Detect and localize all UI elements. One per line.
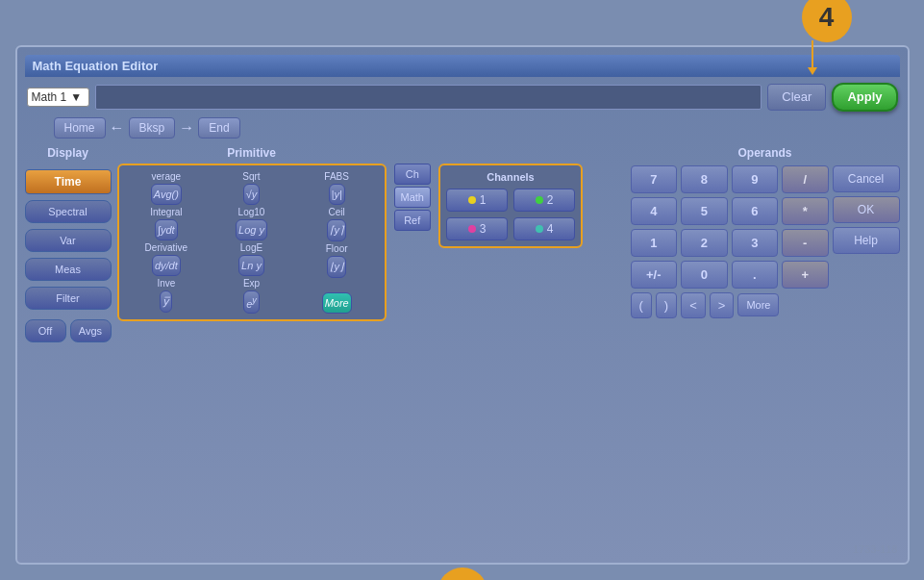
spectral-button[interactable]: Spectral [25, 200, 112, 223]
channels-section-label [394, 146, 583, 160]
avgs-button[interactable]: Avgs [70, 319, 112, 342]
channels-title: Channels [446, 171, 575, 183]
prim-col1-header: verage [152, 171, 182, 182]
key-mul[interactable]: * [782, 197, 829, 225]
key-7[interactable]: 7 [631, 165, 678, 193]
floor-label: Floor [326, 243, 348, 254]
action-buttons: Cancel OK Help [833, 165, 900, 289]
exp-btn[interactable]: ey [243, 290, 260, 315]
end-button[interactable]: End [198, 117, 239, 139]
more-prim-spacer [336, 280, 338, 290]
ok-button[interactable]: OK [833, 196, 900, 223]
integral-btn[interactable]: ∫ydt [155, 219, 178, 240]
floor-btn[interactable]: ⌊y⌋ [327, 256, 346, 278]
avg-btn[interactable]: Avg() [151, 184, 182, 205]
forward-arrow-icon[interactable]: → [179, 119, 194, 137]
step-4-badge: 4 [802, 0, 852, 42]
filter-button[interactable]: Filter [25, 287, 112, 310]
greater-than-btn[interactable]: > [710, 292, 735, 318]
off-button[interactable]: Off [25, 319, 66, 342]
help-button[interactable]: Help [833, 227, 900, 254]
key-add[interactable]: + [782, 261, 829, 289]
operands-bottom: ( ) < > More [631, 292, 900, 318]
channel-2-btn[interactable]: 2 [513, 189, 575, 212]
math-selector[interactable]: Math 1 ▼ [27, 88, 89, 107]
ref-tab[interactable]: Ref [394, 210, 431, 231]
ch2-label: 2 [547, 193, 554, 207]
channel-1-btn[interactable]: 1 [446, 189, 508, 212]
apply-button[interactable]: Apply [832, 83, 897, 112]
paren-open-btn[interactable]: ( [631, 292, 652, 318]
key-9[interactable]: 9 [732, 165, 779, 193]
primitive-title: Primitive [117, 146, 387, 160]
key-sub[interactable]: - [782, 229, 829, 257]
inverse-btn[interactable]: y̅ [160, 290, 172, 313]
more-prim-button[interactable]: More [322, 292, 352, 314]
title-bar: Math Equation Editor [25, 55, 900, 77]
ch2-dot [536, 196, 543, 204]
key-1[interactable]: 1 [631, 229, 678, 257]
more-op-button[interactable]: More [737, 293, 779, 316]
display-panel: Display Time Spectral Var Meas Filter Of… [25, 146, 112, 454]
content-area: Display Time Spectral Var Meas Filter Of… [25, 146, 900, 454]
integral-label: Integral [150, 207, 182, 217]
log10-btn[interactable]: Log y [236, 219, 267, 240]
ch-tab[interactable]: Ch [394, 164, 431, 185]
operands-section: Operands 7 8 9 / 4 5 6 * 1 2 3 - [631, 146, 900, 454]
fabs-btn[interactable]: |y| [329, 184, 345, 205]
bksp-button[interactable]: Bksp [129, 117, 176, 139]
ch3-dot [468, 225, 476, 233]
prim-col3-header: FABS [324, 171, 349, 182]
main-panel: Math Equation Editor Math 1 ▼ Clear Appl… [15, 45, 910, 565]
math-tab[interactable]: Math [394, 187, 431, 208]
prim-col-1: verage Avg() Integral ∫ydt Derivative dy… [125, 171, 209, 315]
key-plusminus[interactable]: +/- [631, 261, 678, 289]
ch1-label: 1 [480, 193, 487, 207]
primitive-box: verage Avg() Integral ∫ydt Derivative dy… [117, 164, 387, 322]
meas-button[interactable]: Meas [25, 258, 112, 281]
channel-4-btn[interactable]: 4 [513, 217, 575, 240]
display-label: Display [25, 146, 112, 160]
ceil-btn[interactable]: ⌈y⌉ [327, 219, 346, 241]
operands-title: Operands [631, 146, 900, 160]
key-6[interactable]: 6 [732, 197, 779, 225]
ceil-label: Ceil [329, 207, 345, 217]
equation-input[interactable] [95, 85, 762, 110]
var-button[interactable]: Var [25, 229, 112, 252]
ch-tabs: Ch Math Ref [394, 164, 431, 248]
channels-grid: 1 2 3 [446, 189, 575, 240]
key-4[interactable]: 4 [631, 197, 678, 225]
prim-col2-header: Sqrt [242, 171, 260, 182]
cancel-button[interactable]: Cancel [833, 165, 900, 192]
version-text: 1733-118 [853, 543, 898, 555]
clear-button[interactable]: Clear [767, 84, 826, 111]
channels-box: Channels 1 2 [438, 164, 583, 248]
key-div[interactable]: / [782, 165, 829, 193]
key-8[interactable]: 8 [681, 165, 728, 193]
channels-with-tabs: Ch Math Ref Channels 1 [394, 164, 583, 248]
time-button[interactable]: Time [25, 169, 112, 194]
key-3[interactable]: 3 [732, 229, 779, 257]
key-5[interactable]: 5 [681, 197, 728, 225]
less-than-btn[interactable]: < [681, 292, 706, 318]
ch4-dot [536, 225, 543, 233]
ch3-label: 3 [480, 222, 487, 236]
key-0[interactable]: 0 [681, 261, 728, 289]
home-button[interactable]: Home [54, 117, 106, 139]
step-3-badge: 3 [437, 567, 487, 581]
loge-label: LogE [240, 242, 262, 253]
arrow-4 [812, 40, 813, 69]
ch1-dot [468, 196, 476, 204]
paren-close-btn[interactable]: ) [656, 292, 677, 318]
dropdown-arrow-icon[interactable]: ▼ [70, 90, 82, 104]
math-selector-label: Math 1 [32, 90, 67, 104]
key-dot[interactable]: . [732, 261, 779, 289]
key-2[interactable]: 2 [681, 229, 728, 257]
inve-label: Inve [157, 278, 175, 289]
derivative-btn[interactable]: dy/dt [152, 255, 181, 276]
nav-row: Home ← Bksp → End [25, 117, 900, 139]
channel-3-btn[interactable]: 3 [446, 217, 508, 240]
sqrt-btn[interactable]: √y [243, 184, 261, 205]
back-arrow-icon[interactable]: ← [110, 119, 125, 137]
loge-btn[interactable]: Ln y [238, 255, 264, 276]
